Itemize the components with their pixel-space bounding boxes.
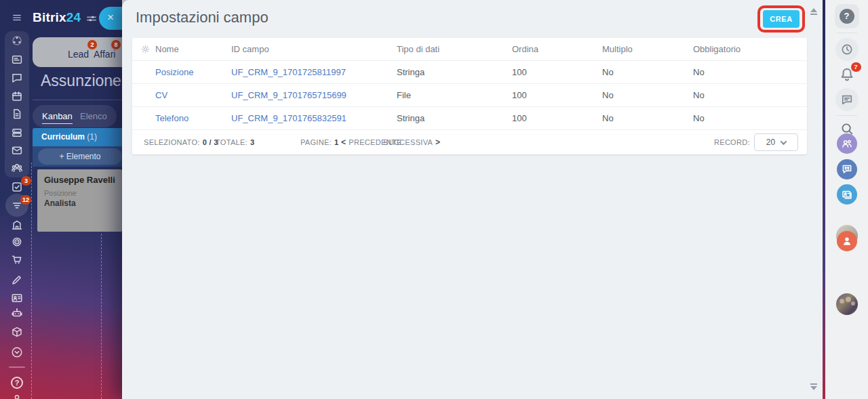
create-button[interactable]: CREA: [763, 10, 800, 28]
kanban-column-border: [101, 234, 102, 399]
tab-elenco[interactable]: Elenco: [80, 111, 107, 121]
calendar-icon[interactable]: [11, 90, 23, 102]
kanban-card[interactable]: Giuseppe Ravelli Posizione Analista: [37, 169, 122, 232]
field-required: No: [693, 113, 807, 123]
field-id-link[interactable]: UF_CRM_9_1701765832591: [231, 113, 397, 123]
help-icon[interactable]: ?: [11, 377, 23, 389]
col-nome[interactable]: Nome: [155, 44, 231, 54]
card-name: Giuseppe Ravelli: [44, 175, 115, 185]
divider: [33, 100, 122, 100]
field-type: File: [397, 90, 512, 100]
add-element-button[interactable]: + Elemento: [38, 148, 122, 165]
drive-icon[interactable]: [11, 127, 23, 139]
bitrix24-logo[interactable]: Bitrix24: [33, 10, 81, 25]
pages-counter: PAGINE:1: [300, 138, 338, 146]
col-multiplo[interactable]: Multiplo: [602, 44, 693, 54]
table-row[interactable]: Posizione UF_CRM_9_1701725811997 Stringa…: [132, 61, 807, 84]
record-label: RECORD:: [714, 138, 750, 146]
col-tipo-di-dati[interactable]: Tipo di dati: [397, 44, 512, 54]
crm-icon[interactable]: [11, 35, 23, 47]
group-chat-button[interactable]: [837, 159, 857, 180]
filter-badge: 12: [20, 195, 31, 205]
help-button[interactable]: ?: [835, 4, 859, 28]
field-id-link[interactable]: UF_CRM_9_1701765715699: [231, 90, 397, 100]
person-icon: [841, 235, 853, 247]
scroll-up-arrow[interactable]: [810, 8, 818, 16]
grid-settings-icon[interactable]: [140, 44, 151, 54]
settings-icon[interactable]: [11, 394, 23, 399]
kanban-column-header[interactable]: Curriculum (1): [33, 128, 122, 146]
field-required: No: [693, 90, 807, 100]
toolbar-divider: [837, 33, 857, 33]
field-sort: 100: [512, 90, 602, 100]
lead-badge: 2: [87, 40, 97, 49]
scroll-down-arrow[interactable]: [810, 383, 818, 392]
employee-button[interactable]: [837, 231, 857, 251]
field-multiple: No: [602, 90, 693, 100]
field-multiple: No: [602, 67, 693, 77]
next-page-button[interactable]: SUCCESSIVA>: [383, 138, 440, 147]
card-field-value: Analista: [44, 198, 115, 208]
chevron-right-icon: >: [435, 138, 440, 147]
notifications-button[interactable]: 7: [838, 66, 856, 83]
card-field-label: Posizione: [44, 189, 115, 197]
fields-table: Nome ID campo Tipo di dati Ordina Multip…: [132, 38, 807, 154]
page-title: Impostazioni campo: [136, 9, 269, 26]
records-per-page-select[interactable]: 20: [754, 133, 798, 151]
feed-icon[interactable]: [11, 54, 23, 66]
catalog-icon[interactable]: [11, 326, 23, 338]
kanban-column-border: [31, 163, 32, 399]
star-icon[interactable]: ☆: [109, 75, 119, 88]
group-chat-icon: [841, 163, 853, 175]
chat-icon: [840, 93, 854, 106]
logo-settings-icon[interactable]: [87, 14, 96, 23]
market-icon[interactable]: [11, 253, 23, 266]
field-sort: 100: [512, 113, 602, 123]
automation-icon[interactable]: [11, 307, 23, 319]
groups-icon[interactable]: [11, 162, 23, 174]
field-required: No: [693, 67, 807, 77]
tab-affari[interactable]: Affari: [94, 49, 115, 60]
field-sort: 100: [512, 67, 602, 77]
field-name-link[interactable]: Telefono: [155, 113, 231, 123]
worktime-button[interactable]: [835, 38, 859, 61]
menu-icon[interactable]: [10, 13, 24, 22]
invite-users-button[interactable]: [837, 133, 857, 154]
expand-menu-icon[interactable]: [11, 346, 23, 358]
tab-lead[interactable]: Lead: [68, 49, 89, 60]
target-icon[interactable]: [11, 236, 23, 248]
field-name-link[interactable]: Posizione: [155, 67, 231, 77]
table-row[interactable]: CV UF_CRM_9_1701765715699 File 100 No No: [132, 84, 807, 107]
contact-center-button[interactable]: [837, 184, 857, 205]
col-ordina[interactable]: Ordina: [512, 44, 602, 54]
messenger-icon[interactable]: [11, 72, 23, 84]
selected-counter: SELEZIONATO:0 / 3: [144, 138, 218, 146]
affari-badge: 8: [111, 40, 121, 49]
invite-users-icon: [841, 138, 853, 150]
field-name-link[interactable]: CV: [155, 90, 231, 100]
rail-divider: [9, 366, 25, 368]
contacts-icon[interactable]: [11, 292, 23, 304]
company-icon[interactable]: [11, 219, 23, 231]
col-id-campo[interactable]: ID campo: [231, 44, 397, 54]
chevron-left-icon: <: [341, 138, 346, 147]
team-avatar[interactable]: [836, 293, 858, 315]
col-obbligatorio[interactable]: Obbligatorio: [693, 44, 807, 54]
toolbar-divider: [837, 115, 857, 116]
total-counter: TOTALE:3: [216, 138, 254, 146]
field-type: Stringa: [397, 113, 512, 123]
annotation-highlight: CREA: [757, 5, 805, 33]
chat-button[interactable]: [835, 88, 859, 111]
tasks-badge: 3: [21, 176, 31, 186]
question-icon: ?: [840, 9, 854, 24]
documents-icon[interactable]: [11, 108, 23, 120]
field-id-link[interactable]: UF_CRM_9_1701725811997: [231, 67, 397, 77]
table-row[interactable]: Telefono UF_CRM_9_1701765832591 Stringa …: [132, 107, 807, 130]
mail-icon[interactable]: [11, 144, 23, 156]
close-panel-button[interactable]: ×: [99, 7, 122, 30]
clock-icon: [840, 43, 854, 56]
sign-icon[interactable]: [11, 274, 23, 286]
kanban-add-zone: + Elemento: [33, 146, 122, 167]
view-switcher: Kanban Elenco: [33, 105, 117, 127]
tab-kanban[interactable]: Kanban: [42, 111, 73, 124]
